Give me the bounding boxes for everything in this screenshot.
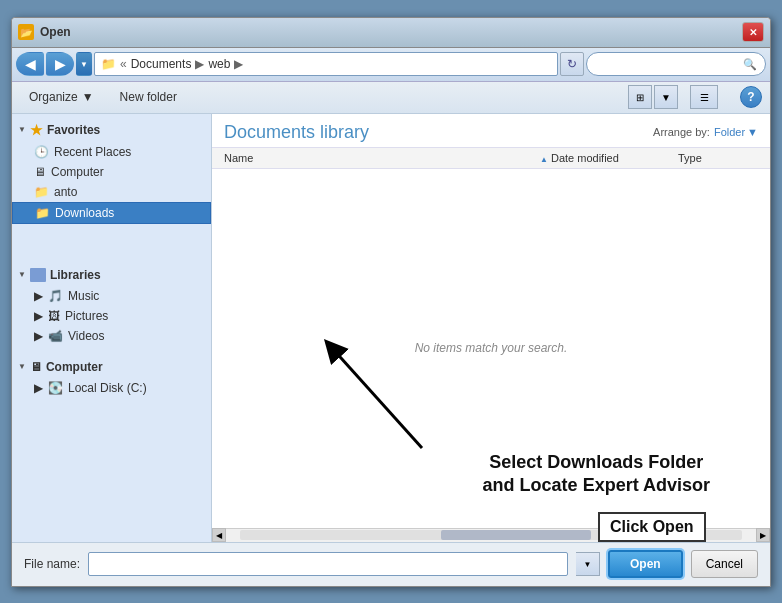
local-disk-label: Local Disk (C:)	[68, 381, 147, 395]
libraries-label: Libraries	[50, 268, 101, 282]
videos-icon: 📹	[48, 329, 63, 343]
computer-label: Computer	[51, 165, 104, 179]
file-name-label: File name:	[24, 557, 80, 571]
horizontal-scrollbar[interactable]: ◀ ▶	[212, 528, 770, 542]
local-disk-icon: 💽	[48, 381, 63, 395]
back-button[interactable]: ◀	[16, 52, 44, 76]
arrange-by-value: Folder	[714, 126, 745, 138]
downloads-folder-icon: 📁	[35, 206, 50, 220]
arrange-by: Arrange by: Folder ▼	[653, 126, 758, 138]
sidebar-item-recent-places[interactable]: 🕒 Recent Places	[12, 142, 211, 162]
window-icon: 📂	[18, 24, 34, 40]
annotation-line2: and Locate Expert Advisor	[483, 474, 710, 497]
toolbar: Organize ▼ New folder ⊞ ▼ ☰ ?	[12, 82, 770, 114]
close-button[interactable]: ✕	[742, 22, 764, 42]
file-name-dropdown-button[interactable]: ▼	[576, 552, 600, 576]
col-name-header[interactable]: Name	[224, 152, 538, 164]
sidebar-item-local-disk[interactable]: ▶ 💽 Local Disk (C:)	[12, 378, 211, 398]
title-bar: 📂 Open ✕	[12, 18, 770, 48]
cancel-button[interactable]: Cancel	[691, 550, 758, 578]
new-folder-button[interactable]: New folder	[111, 85, 186, 109]
computer-icon: 🖥	[34, 165, 46, 179]
open-btn-wrapper: Click Open Open	[608, 550, 683, 578]
annotation-text: Select Downloads Folder and Locate Exper…	[483, 451, 710, 498]
music-expand-icon: ▶	[34, 289, 43, 303]
title-controls: ✕	[742, 22, 764, 42]
organize-label: Organize	[29, 90, 78, 104]
bottom-bar: File name: ▼ Click Open Open Cancel	[12, 542, 770, 586]
sidebar: ▼ ★ Favorites 🕒 Recent Places 🖥 Computer…	[12, 114, 212, 542]
scroll-right-button[interactable]: ▶	[756, 528, 770, 542]
anto-label: anto	[54, 185, 77, 199]
favorites-star-icon: ★	[30, 122, 43, 138]
arrow-annotation	[312, 308, 532, 468]
view-list-button[interactable]: ☰	[690, 85, 718, 109]
scroll-thumb[interactable]	[441, 530, 592, 540]
local-disk-expand-icon: ▶	[34, 381, 43, 395]
content-area: Documents library Arrange by: Folder ▼ N…	[212, 114, 770, 542]
sidebar-item-pictures[interactable]: ▶ 🖼 Pictures	[12, 306, 211, 326]
sidebar-item-videos[interactable]: ▶ 📹 Videos	[12, 326, 211, 346]
nav-dropdown-button[interactable]: ▼	[76, 52, 92, 76]
title-left: 📂 Open	[18, 24, 71, 40]
nav-bar: ◀ ▶ ▼ 📁 « Documents ▶ web ▶ ↻ 🔍	[12, 48, 770, 82]
column-headers: Name ▲ Date modified Type	[212, 148, 770, 169]
open-dialog: 📂 Open ✕ ◀ ▶ ▼ 📁 « Documents ▶ web ▶ ↻ 🔍…	[11, 17, 771, 587]
breadcrumb-web[interactable]: web	[208, 57, 230, 71]
sidebar-item-anto[interactable]: 📁 anto	[12, 182, 211, 202]
libraries-collapse-icon: ▼	[18, 270, 26, 279]
no-items-message: No items match your search.	[415, 341, 568, 355]
pictures-expand-icon: ▶	[34, 309, 43, 323]
libraries-section[interactable]: ▼ Libraries	[12, 264, 211, 286]
scroll-track	[240, 530, 742, 540]
view-buttons: ⊞ ▼ ☰	[628, 85, 718, 109]
main-area: ▼ ★ Favorites 🕒 Recent Places 🖥 Computer…	[12, 114, 770, 542]
anto-folder-icon: 📁	[34, 185, 49, 199]
content-body: No items match your search. Select Downl…	[212, 169, 770, 528]
libraries-icon	[30, 268, 46, 282]
music-label: Music	[68, 289, 99, 303]
sidebar-item-computer[interactable]: 🖥 Computer	[12, 162, 211, 182]
search-input[interactable]	[595, 58, 743, 70]
arrange-by-button[interactable]: Folder ▼	[714, 126, 758, 138]
music-icon: 🎵	[48, 289, 63, 303]
recent-places-label: Recent Places	[54, 145, 131, 159]
organize-button[interactable]: Organize ▼	[20, 85, 103, 109]
computer-section[interactable]: ▼ 🖥 Computer	[12, 356, 211, 378]
videos-expand-icon: ▶	[34, 329, 43, 343]
col-date-header[interactable]: ▲ Date modified	[538, 152, 678, 164]
view-dropdown-button[interactable]: ▼	[654, 85, 678, 109]
sidebar-item-music[interactable]: ▶ 🎵 Music	[12, 286, 211, 306]
refresh-button[interactable]: ↻	[560, 52, 584, 76]
col-type-header[interactable]: Type	[678, 152, 758, 164]
pictures-label: Pictures	[65, 309, 108, 323]
content-header: Documents library Arrange by: Folder ▼	[212, 114, 770, 148]
open-button[interactable]: Open	[608, 550, 683, 578]
window-title: Open	[40, 25, 71, 39]
folder-icon: 📁	[101, 57, 116, 71]
downloads-label: Downloads	[55, 206, 114, 220]
search-box: 🔍	[586, 52, 766, 76]
search-icon: 🔍	[743, 58, 757, 71]
favorites-label: Favorites	[47, 123, 100, 137]
library-title: Documents library	[224, 122, 369, 143]
annotation-line1: Select Downloads Folder	[483, 451, 710, 474]
view-grid-button[interactable]: ⊞	[628, 85, 652, 109]
forward-button[interactable]: ▶	[46, 52, 74, 76]
svg-line-0	[332, 348, 422, 448]
favorites-section[interactable]: ▼ ★ Favorites	[12, 118, 211, 142]
arrange-by-dropdown-icon: ▼	[747, 126, 758, 138]
sidebar-item-downloads[interactable]: 📁 Downloads	[12, 202, 211, 224]
address-bar: 📁 « Documents ▶ web ▶	[94, 52, 558, 76]
scroll-left-button[interactable]: ◀	[212, 528, 226, 542]
file-name-input[interactable]	[88, 552, 568, 576]
arrange-by-label: Arrange by:	[653, 126, 710, 138]
help-button[interactable]: ?	[740, 86, 762, 108]
favorites-collapse-icon: ▼	[18, 125, 26, 134]
sort-arrow: ▲	[540, 155, 548, 164]
breadcrumb-documents[interactable]: Documents	[131, 57, 192, 71]
computer-section-label: Computer	[46, 360, 103, 374]
computer-section-icon: 🖥	[30, 360, 42, 374]
recent-places-icon: 🕒	[34, 145, 49, 159]
organize-dropdown-icon: ▼	[82, 90, 94, 104]
